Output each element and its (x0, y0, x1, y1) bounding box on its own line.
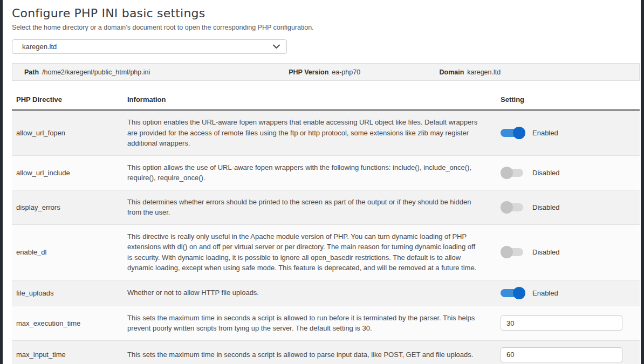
table-row: display_errorsThis determines whether er… (12, 190, 640, 224)
table-row: allow_url_fopenThis option enables the U… (12, 110, 640, 155)
directive-information: This option allows the use of URL-aware … (123, 155, 496, 190)
file_uploads-toggle[interactable] (501, 287, 525, 299)
toggle-state-label: Disabled (532, 169, 560, 177)
column-header-information: Information (123, 90, 496, 110)
directive-setting: Disabled (496, 155, 640, 190)
directive-name: display_errors (12, 190, 123, 224)
page-subtitle: Select the home directory or a domain’s … (12, 24, 640, 31)
domain-select-value: karegen.ltd (22, 43, 57, 51)
info-php-version-label: PHP Version (289, 68, 328, 76)
directive-setting (496, 340, 640, 364)
info-php-version-value: ea-php70 (332, 68, 360, 76)
table-row: allow_url_includeThis option allows the … (12, 155, 640, 190)
allow_url_fopen-toggle[interactable] (501, 127, 525, 139)
directive-setting: Disabled (496, 190, 640, 224)
toggle-knob-icon (501, 167, 513, 179)
toggle-knob-icon (513, 287, 525, 299)
domain-select[interactable]: karegen.ltd (12, 39, 287, 54)
column-header-setting: Setting (496, 90, 640, 110)
allow_url_include-toggle[interactable] (501, 167, 525, 179)
toggle-state-label: Disabled (532, 203, 560, 211)
window-edge-right (641, 0, 644, 364)
info-path-value: /home2/karegenl/public_html/php.ini (42, 68, 150, 76)
page-title: Configure PHP INI basic settings (12, 0, 640, 20)
directive-name: allow_url_include (12, 155, 123, 190)
toggle-knob-icon (501, 201, 513, 214)
toggle-state-label: Disabled (532, 248, 560, 256)
toggle-knob-icon (513, 127, 525, 139)
info-path: Path/home2/karegenl/public_html/php.ini (24, 68, 289, 76)
directive-name: allow_url_fopen (12, 110, 123, 155)
php-directives-table: PHP Directive Information Setting allow_… (12, 90, 640, 364)
toggle-state-label: Enabled (532, 289, 558, 297)
display_errors-toggle[interactable] (501, 201, 525, 214)
max_execution_time-input[interactable] (501, 315, 622, 331)
info-domain-value: karegen.ltd (467, 68, 501, 76)
toggle-state-label: Enabled (532, 129, 558, 137)
max_input_time-input[interactable] (501, 347, 622, 362)
chevron-down-icon (273, 44, 280, 49)
php-config-info-bar: Path/home2/karegenl/public_html/php.ini … (12, 63, 640, 81)
table-row: file_uploadsWhether or not to allow HTTP… (12, 280, 640, 306)
directive-setting: Disabled (496, 224, 640, 280)
table-row: max_execution_timeThis sets the maximum … (12, 306, 640, 340)
directive-name: max_execution_time (12, 306, 123, 340)
enable_dl-toggle[interactable] (501, 246, 525, 258)
window-edge-left (0, 0, 3, 364)
info-domain-label: Domain (439, 68, 464, 76)
php-ini-settings-page: Configure PHP INI basic settings Select … (12, 0, 640, 364)
directive-information: This sets the maximum time in seconds a … (123, 306, 496, 340)
directive-information: This directive is really only useful in … (123, 224, 496, 280)
info-domain: Domainkaregen.ltd (439, 68, 639, 76)
directive-name: max_input_time (12, 340, 123, 364)
directive-information: This determines whether errors should be… (123, 190, 496, 224)
directive-information: This sets the maximum time in seconds a … (123, 340, 496, 364)
directive-information: This option enables the URL-aware fopen … (123, 110, 496, 155)
info-php-version: PHP Versionea-php70 (289, 68, 439, 76)
info-path-label: Path (24, 68, 39, 76)
table-row: enable_dlThis directive is really only u… (12, 224, 640, 280)
column-header-directive: PHP Directive (12, 90, 123, 110)
directive-name: file_uploads (12, 280, 123, 306)
directive-setting: Enabled (496, 280, 640, 306)
toggle-knob-icon (501, 246, 513, 258)
table-row: max_input_timeThis sets the maximum time… (12, 340, 640, 364)
directive-information: Whether or not to allow HTTP file upload… (123, 280, 496, 306)
directive-setting: Enabled (496, 110, 640, 155)
directive-setting (496, 306, 640, 340)
directive-name: enable_dl (12, 224, 123, 280)
table-header-row: PHP Directive Information Setting (12, 90, 640, 110)
